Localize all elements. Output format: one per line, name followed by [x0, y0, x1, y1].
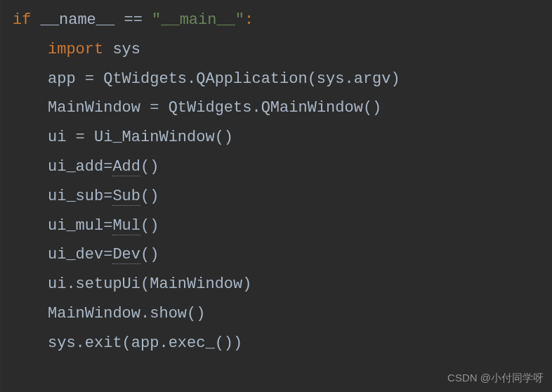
- assign: =: [85, 70, 103, 88]
- space: [143, 11, 152, 29]
- expr-qmainwindow: QtWidgets.QMainWindow(): [169, 99, 382, 117]
- code-line-8[interactable]: ui_mul=Mul(): [0, 211, 552, 241]
- assign: =: [103, 158, 112, 176]
- call-sub: Sub: [112, 188, 140, 206]
- module-sys: sys: [112, 41, 140, 58]
- call-mul: Mul: [112, 217, 140, 235]
- code-line-10[interactable]: ui.setupUi(MainWindow): [0, 270, 552, 299]
- space: [114, 11, 124, 29]
- code-line-2[interactable]: import sys: [0, 35, 552, 65]
- expr-qapp: QtWidgets.QApplication(sys.argv): [103, 70, 400, 88]
- keyword-import: import: [48, 41, 103, 58]
- gutter-edge: [0, 0, 3, 392]
- paren: (): [140, 158, 159, 176]
- operator-eq: ==: [124, 11, 142, 29]
- assign: =: [76, 129, 94, 146]
- paren: (): [140, 217, 159, 235]
- var-uisub: ui_sub: [48, 188, 103, 205]
- var-app: app: [48, 70, 85, 88]
- expr-show: MainWindow.show(): [48, 305, 205, 322]
- assign: =: [103, 246, 112, 263]
- expr-uimainwindow: Ui_MainWindow(): [94, 129, 233, 146]
- assign: =: [150, 99, 168, 117]
- var-uimul: ui_mul: [48, 217, 103, 235]
- code-line-7[interactable]: ui_sub=Sub(): [0, 182, 552, 211]
- code-line-5[interactable]: ui = Ui_MainWindow(): [0, 123, 552, 152]
- code-line-4[interactable]: MainWindow = QtWidgets.QMainWindow(): [0, 93, 552, 123]
- code-line-6[interactable]: ui_add=Add(): [0, 152, 552, 182]
- space: [31, 11, 40, 29]
- call-add: Add: [112, 158, 140, 176]
- var-mainwindow: MainWindow: [48, 99, 150, 117]
- code-line-12[interactable]: sys.exit(app.exec_()): [0, 329, 552, 358]
- code-line-1[interactable]: if __name__ == "__main__":: [0, 6, 552, 35]
- dunder-name: __name__: [41, 11, 115, 29]
- keyword-if: if: [13, 11, 31, 29]
- paren: (): [140, 188, 159, 205]
- expr-sysexit: sys.exit(app.exec_()): [48, 334, 242, 352]
- var-ui: ui: [48, 129, 76, 146]
- call-dev: Dev: [112, 246, 140, 264]
- assign: =: [103, 217, 112, 235]
- colon: :: [244, 11, 254, 29]
- code-line-9[interactable]: ui_dev=Dev(): [0, 240, 552, 270]
- space: [103, 41, 112, 58]
- watermark-text: CSDN @小付同学呀: [447, 368, 544, 388]
- var-uidev: ui_dev: [48, 246, 103, 263]
- assign: =: [103, 188, 112, 205]
- var-uiadd: ui_add: [48, 158, 103, 176]
- paren: (): [140, 246, 159, 263]
- code-line-11[interactable]: MainWindow.show(): [0, 299, 552, 329]
- code-line-3[interactable]: app = QtWidgets.QApplication(sys.argv): [0, 65, 552, 94]
- expr-setupui: ui.setupUi(MainWindow): [48, 275, 251, 293]
- string-main: "__main__": [152, 11, 244, 29]
